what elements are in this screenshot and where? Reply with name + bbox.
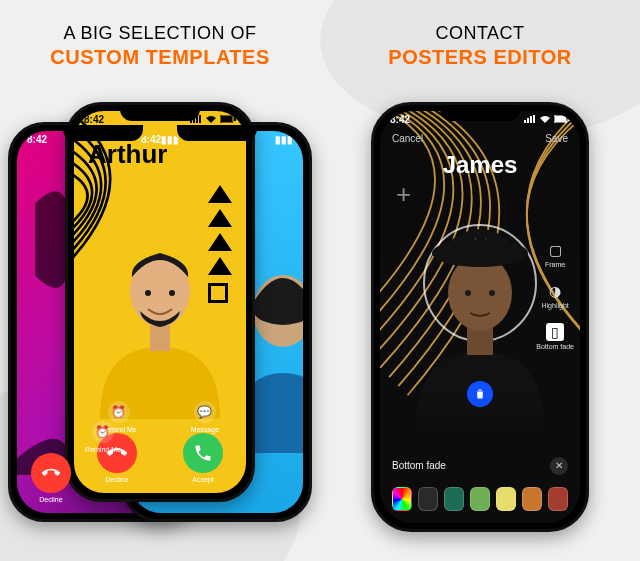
signal-icon: [524, 115, 536, 123]
status-time: 8:42: [84, 114, 104, 125]
phone-notch: [120, 105, 200, 121]
color-swatches: [380, 487, 580, 511]
accept-button[interactable]: [183, 433, 223, 473]
svg-rect-18: [568, 117, 570, 121]
svg-rect-15: [533, 115, 535, 123]
svg-point-10: [145, 290, 151, 296]
editor-tools: ▢ Frame ◑ Highlight ▯ Bottom fade: [536, 241, 574, 350]
headline-editor: CONTACT POSTERS EDITOR: [320, 22, 640, 70]
svg-point-23: [465, 290, 471, 296]
bottom-fade-label: Bottom fade: [536, 343, 574, 350]
panel-templates: A BIG SELECTION OF CUSTOM TEMPLATES 8:42…: [0, 0, 320, 561]
phone-notch: [440, 105, 520, 121]
tool-bottom-fade[interactable]: ▯ Bottom fade: [536, 323, 574, 350]
wifi-icon: [205, 115, 217, 123]
bottom-fade-icon: ▯: [546, 323, 564, 341]
swatch-color[interactable]: [496, 487, 516, 511]
tool-highlight[interactable]: ◑ Highlight: [536, 282, 574, 309]
swatch-color[interactable]: [548, 487, 568, 511]
decline-label: Decline: [39, 496, 62, 503]
phone-editor: 8:42 Cancel Save James +: [371, 102, 589, 532]
decline-button[interactable]: [31, 453, 71, 493]
status-time: 8:42: [27, 134, 47, 145]
svg-rect-7: [234, 117, 236, 121]
phone-stage-right: 8:42 Cancel Save James +: [320, 92, 640, 532]
frame-icon: ▢: [546, 241, 564, 259]
svg-rect-4: [199, 115, 201, 123]
svg-rect-1: [190, 120, 192, 123]
delete-button[interactable]: [467, 381, 493, 407]
message-label: Message: [191, 426, 219, 433]
highlight-icon: ◑: [546, 282, 564, 300]
headline-line2: CUSTOM TEMPLATES: [0, 45, 320, 70]
svg-rect-13: [527, 118, 529, 123]
tool-frame[interactable]: ▢ Frame: [536, 241, 574, 268]
phone-notch: [63, 125, 143, 141]
wifi-icon: [539, 115, 551, 123]
decorative-triangles: [208, 185, 232, 303]
swatch-color[interactable]: [522, 487, 542, 511]
svg-point-24: [489, 290, 495, 296]
highlight-label: Highlight: [542, 302, 569, 309]
status-time: 8:42: [390, 114, 410, 125]
svg-rect-12: [524, 120, 526, 123]
remind-label: Remind Me: [85, 446, 121, 453]
remind-button[interactable]: ⏰: [108, 401, 130, 423]
status-icons: ▮▮▮: [275, 134, 293, 145]
frame-label: Frame: [545, 261, 565, 268]
save-button[interactable]: Save: [545, 133, 568, 144]
headline-line1: A BIG SELECTION OF: [0, 22, 320, 45]
svg-point-22: [432, 239, 528, 267]
battery-icon: [220, 115, 236, 123]
panel-editor: CONTACT POSTERS EDITOR: [320, 0, 640, 561]
accept-label: Accept: [192, 476, 213, 483]
effect-label: Bottom fade: [392, 460, 446, 471]
svg-rect-6: [221, 116, 232, 122]
headline-templates: A BIG SELECTION OF CUSTOM TEMPLATES: [0, 22, 320, 70]
remind-icon[interactable]: ⏰: [92, 421, 114, 443]
message-button[interactable]: 💬: [194, 401, 216, 423]
status-time: 8:42: [141, 134, 161, 145]
headline-line1: CONTACT: [320, 22, 640, 45]
status-icons: [524, 114, 570, 125]
close-effect-button[interactable]: ✕: [550, 457, 568, 475]
swatch-color[interactable]: [444, 487, 464, 511]
svg-rect-17: [555, 116, 566, 122]
phone-stage-left: 8:42 ▮▮▮ ⏰ Remind Me Decline: [0, 92, 320, 532]
swatch-color[interactable]: [418, 487, 438, 511]
battery-icon: [554, 115, 570, 123]
poster-name[interactable]: James: [443, 151, 518, 179]
svg-point-11: [169, 290, 175, 296]
add-icon[interactable]: +: [396, 179, 411, 210]
swatch-rainbow[interactable]: [392, 487, 412, 511]
phone-notch: [177, 125, 257, 141]
swatch-color[interactable]: [470, 487, 490, 511]
svg-rect-14: [530, 116, 532, 123]
cancel-button[interactable]: Cancel: [392, 133, 423, 144]
headline-line2: POSTERS EDITOR: [320, 45, 640, 70]
effect-bar: Bottom fade ✕: [380, 457, 580, 475]
